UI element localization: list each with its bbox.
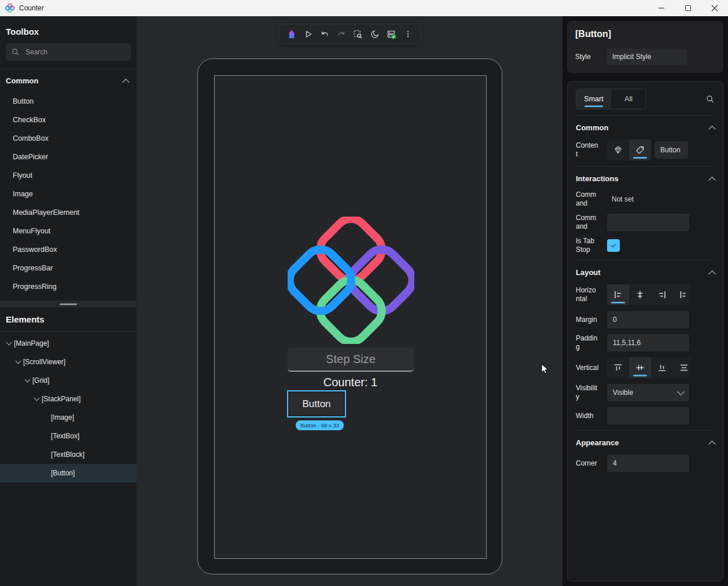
toolbox-item-mediaplayerelement[interactable]: MediaPlayerElement bbox=[0, 203, 137, 222]
redo-button[interactable] bbox=[334, 27, 349, 42]
property-search-icon[interactable] bbox=[706, 95, 715, 104]
tree-item-button-selected[interactable]: [Button] bbox=[0, 464, 137, 482]
toolbox-item-flyout[interactable]: Flyout bbox=[0, 166, 137, 185]
toolbox-item-checkbox[interactable]: CheckBox bbox=[0, 111, 137, 129]
section-common[interactable]: Common bbox=[576, 116, 715, 140]
floating-toolbar bbox=[278, 24, 421, 45]
chevron-up-icon bbox=[708, 441, 716, 448]
toolbox-item-menuflyout[interactable]: MenuFlyout bbox=[0, 222, 137, 240]
uno-logo-image[interactable] bbox=[288, 217, 414, 344]
connection-ok-icon bbox=[387, 30, 396, 39]
device-screen[interactable]: Step Size Counter: 1 Button Button - 69 … bbox=[214, 75, 487, 559]
undo-button[interactable] bbox=[317, 27, 332, 42]
content-literal-button[interactable] bbox=[629, 140, 651, 160]
align-left-icon bbox=[613, 290, 623, 299]
tree-item-mainpage[interactable]: [MainPage] bbox=[0, 334, 137, 353]
style-input[interactable]: Implicit Style bbox=[606, 49, 687, 65]
width-input[interactable] bbox=[607, 407, 689, 424]
selection-rectangle: Button bbox=[287, 390, 346, 417]
app-logo-icon bbox=[5, 3, 14, 13]
kebab-menu-icon bbox=[404, 30, 412, 39]
design-canvas[interactable]: Step Size Counter: 1 Button Button - 69 … bbox=[137, 16, 562, 586]
toolbox-item-passwordbox[interactable]: PasswordBox bbox=[0, 240, 137, 259]
tree-item-scrollviewer[interactable]: [ScrollViewer] bbox=[0, 353, 137, 371]
element-picker-icon bbox=[353, 30, 363, 39]
tree-item-image[interactable]: [Image] bbox=[0, 408, 137, 427]
tree-item-textbox[interactable]: [TextBox] bbox=[0, 427, 137, 445]
maximize-icon bbox=[685, 5, 692, 12]
toolbox-item-combobox[interactable]: ComboBox bbox=[0, 129, 137, 148]
align-right-icon bbox=[657, 290, 667, 299]
align-top-icon bbox=[613, 363, 623, 372]
section-interactions[interactable]: Interactions bbox=[576, 167, 715, 191]
tab-smart[interactable]: Smart bbox=[576, 89, 611, 109]
toolbox-item-progressbar[interactable]: ProgressBar bbox=[0, 259, 137, 277]
tree-item-stackpanel[interactable]: [StackPanel] bbox=[0, 390, 137, 408]
theme-toggle-button[interactable] bbox=[367, 27, 383, 42]
align-h-left-button[interactable] bbox=[607, 284, 629, 305]
align-v-center-button[interactable] bbox=[629, 357, 651, 378]
align-v-top-button[interactable] bbox=[607, 357, 629, 378]
vertical-alignment-row: Vertical bbox=[576, 357, 715, 378]
selected-element-card: [Button] Style Implicit Style bbox=[567, 21, 723, 73]
toolbox-item-image[interactable]: Image bbox=[0, 185, 137, 203]
element-picker-button[interactable] bbox=[351, 27, 366, 42]
panel-splitter[interactable] bbox=[0, 301, 137, 307]
toolbox-title: Toolbox bbox=[0, 16, 137, 43]
more-options-button[interactable] bbox=[400, 27, 416, 42]
align-v-bottom-button[interactable] bbox=[651, 357, 673, 378]
moon-icon bbox=[370, 30, 380, 39]
minimize-button[interactable] bbox=[648, 0, 675, 16]
toolbox-item-button[interactable]: Button bbox=[0, 92, 137, 111]
chevron-up-icon bbox=[708, 177, 716, 184]
chevron-down-icon bbox=[16, 358, 21, 364]
binding-icon bbox=[613, 145, 623, 155]
align-v-stretch-button[interactable] bbox=[673, 357, 690, 378]
toolbox-item-progressring[interactable]: ProgressRing bbox=[0, 277, 137, 296]
content-value-input[interactable]: Button bbox=[655, 141, 688, 159]
hot-design-button[interactable] bbox=[284, 27, 299, 42]
margin-label: Margin bbox=[576, 316, 599, 324]
connection-status-button[interactable] bbox=[384, 27, 399, 42]
toolbox-search-input[interactable]: Search bbox=[6, 43, 131, 61]
visibility-dropdown[interactable]: Visible bbox=[607, 384, 689, 401]
stretch-h-icon bbox=[679, 290, 689, 299]
property-inspector: [Button] Style Implicit Style Smart All bbox=[562, 16, 728, 586]
tree-item-grid[interactable]: [Grid] bbox=[0, 371, 137, 390]
chevron-down-icon bbox=[25, 376, 31, 382]
properties-card: Smart All Common Content bbox=[567, 81, 723, 581]
margin-row: Margin 0 bbox=[576, 311, 715, 328]
maximize-button[interactable] bbox=[675, 0, 701, 16]
chevron-up-icon bbox=[708, 270, 716, 278]
mouse-cursor bbox=[541, 364, 550, 375]
corner-input[interactable]: 4 bbox=[607, 455, 689, 472]
command-input[interactable] bbox=[607, 214, 689, 231]
align-h-stretch-button[interactable] bbox=[673, 284, 690, 305]
align-h-right-button[interactable] bbox=[651, 284, 673, 305]
command-value: Not set bbox=[607, 195, 634, 203]
margin-input[interactable]: 0 bbox=[607, 311, 689, 328]
chevron-up-icon bbox=[708, 126, 716, 133]
property-tabs: Smart All bbox=[576, 89, 646, 109]
is-tab-stop-checkbox[interactable] bbox=[607, 239, 620, 252]
tree-item-textblock[interactable]: [TextBlock] bbox=[0, 445, 137, 464]
section-layout[interactable]: Layout bbox=[576, 261, 715, 284]
toolbox-section-common[interactable]: Common bbox=[0, 69, 137, 92]
align-h-center-button[interactable] bbox=[629, 284, 651, 305]
step-size-textbox[interactable]: Step Size bbox=[288, 347, 414, 372]
close-button[interactable] bbox=[701, 0, 728, 16]
command-input-row: Command bbox=[576, 214, 715, 231]
play-button[interactable] bbox=[301, 27, 316, 42]
canvas-button[interactable]: Button bbox=[289, 393, 344, 415]
padding-input[interactable]: 11,5,11,6 bbox=[607, 334, 689, 351]
tab-all[interactable]: All bbox=[611, 89, 646, 109]
stretch-v-icon bbox=[679, 363, 689, 372]
elements-tree: [MainPage] [ScrollViewer] [Grid] [StackP… bbox=[0, 332, 137, 482]
toolbox-item-datepicker[interactable]: DatePicker bbox=[0, 148, 137, 166]
content-binding-button[interactable] bbox=[607, 140, 629, 160]
corner-row: Corner 4 bbox=[576, 455, 715, 472]
close-icon bbox=[711, 5, 718, 12]
align-center-h-icon bbox=[635, 290, 645, 299]
section-appearance[interactable]: Appearance bbox=[576, 431, 715, 455]
content-row: Content bbox=[576, 140, 715, 160]
